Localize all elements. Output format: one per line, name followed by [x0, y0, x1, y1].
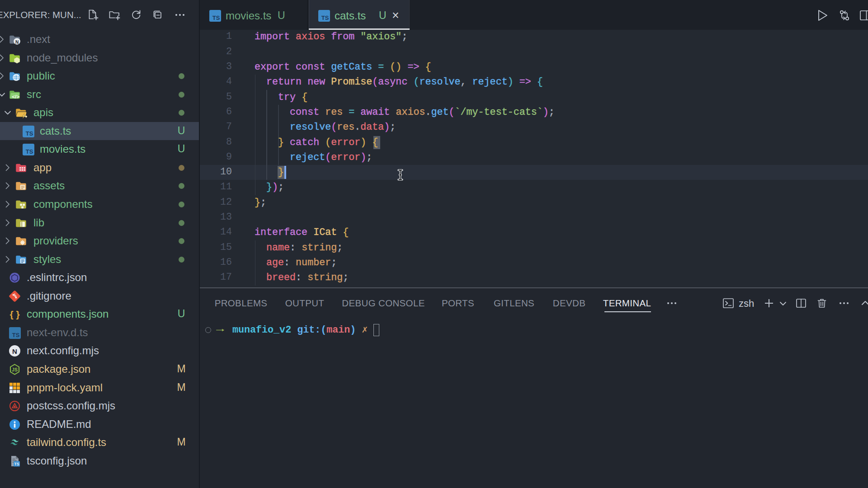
svg-text:TS: TS — [14, 462, 19, 466]
svg-text:N: N — [15, 40, 19, 45]
svg-text:JS: JS — [12, 367, 18, 372]
svg-text:TS: TS — [26, 148, 33, 155]
svg-text:</>: </> — [12, 94, 19, 100]
svg-text:TS: TS — [321, 14, 329, 21]
svg-text:{ }: { } — [9, 309, 19, 319]
svg-text:N: N — [12, 347, 17, 355]
svg-text:TS: TS — [12, 332, 20, 338]
svg-text:TS: TS — [26, 130, 33, 137]
svg-text:TS: TS — [212, 14, 220, 21]
